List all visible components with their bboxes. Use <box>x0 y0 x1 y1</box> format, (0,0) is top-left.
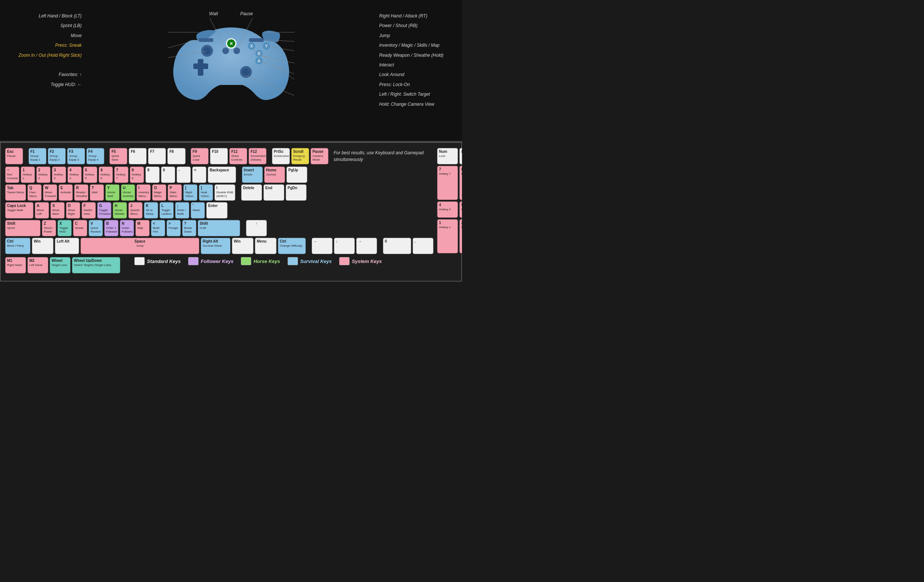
key-f[interactable]: F Switch View <box>82 202 96 218</box>
key-5[interactable]: 5 Hotkey 5 <box>83 167 97 183</box>
key-i[interactable]: I Inventry Menu <box>137 185 151 201</box>
key-f12[interactable]: F12 Screenshot (Steam) <box>249 148 266 164</box>
key-tab[interactable]: Tab Tween Menu <box>5 185 26 201</box>
key-home[interactable]: Home Journal <box>264 167 285 183</box>
key-0[interactable]: 0 <box>161 167 175 183</box>
key-w[interactable]: W Move Forward <box>43 185 57 201</box>
key-capslock[interactable]: Caps Lock Toggle Walk <box>5 202 33 218</box>
key-num2[interactable]: 2 Hotkey 2 <box>459 219 462 253</box>
key-f10[interactable]: F10 <box>210 148 228 164</box>
key-prtsc[interactable]: PrtSc Screenshot <box>272 148 290 164</box>
key-ralt[interactable]: Right Alt Survival Vision <box>201 238 231 254</box>
key-rctrl[interactable]: Ctrl Change Difficulty <box>278 238 306 254</box>
key-f4[interactable]: F4 Group Equip 4 <box>86 148 104 164</box>
key-up[interactable]: ↑ <box>246 220 267 236</box>
key-rwin[interactable]: Win <box>232 238 254 254</box>
key-lctrl[interactable]: Ctrl Block / Parry <box>5 238 30 254</box>
key-f8[interactable]: F8 <box>167 148 185 164</box>
key-k[interactable]: K Sit or Sleep <box>144 202 158 218</box>
key-bracket-left[interactable]: [ Night Vision <box>183 185 197 201</box>
key-space[interactable]: Space Jump <box>81 238 199 254</box>
key-d[interactable]: D Move Right <box>66 202 80 218</box>
key-comma[interactable]: < Build Fire <box>151 220 165 236</box>
key-semicolon[interactable]: ; Drink / Refill <box>175 202 189 218</box>
key-wheel[interactable]: Wheel Target Lock <box>50 257 71 274</box>
key-q[interactable]: Q Favs Menu <box>28 185 41 201</box>
key-7[interactable]: 7 Hotkey 7 <box>114 167 129 183</box>
key-right[interactable]: → <box>356 238 377 254</box>
key-t[interactable]: T Wait <box>90 185 104 201</box>
key-enter[interactable]: Enter <box>206 202 228 218</box>
key-o[interactable]: O Magic Menu <box>152 185 166 201</box>
key-num7[interactable]: 7 Hotkey 7 <box>437 166 458 200</box>
key-4[interactable]: 4 Hotkey 4 <box>68 167 82 183</box>
key-f3[interactable]: F3 Group Equip 3 <box>67 148 85 164</box>
key-9[interactable]: 9 <box>145 167 160 183</box>
key-pause[interactable]: Pause Camera Mode <box>310 148 328 164</box>
key-m[interactable]: M Map <box>135 220 150 236</box>
key-left[interactable]: ← <box>312 238 332 254</box>
key-backspace[interactable]: Backspace <box>208 167 236 183</box>
key-wheel-ud[interactable]: Wheel Up/Down Switch Targets (Target Loc… <box>72 257 120 274</box>
key-slash[interactable]: ? Break Down <box>182 220 196 236</box>
key-p[interactable]: P Stats Menu <box>168 185 182 201</box>
key-equals[interactable]: = <box>192 167 206 183</box>
key-j[interactable]: J Quests Menu <box>129 202 142 218</box>
key-f7[interactable]: F7 <box>148 148 166 164</box>
key-f11[interactable]: F11 Show Controls <box>229 148 247 164</box>
key-x[interactable]: X Toggle HUD <box>58 220 72 236</box>
key-num1[interactable]: 1 Hotkey 1 <box>437 219 458 253</box>
key-lwin[interactable]: Win <box>32 238 53 254</box>
key-g[interactable]: G Toggle Frmation <box>97 202 111 218</box>
key-y[interactable]: Y Horse Wait <box>106 185 119 201</box>
key-v[interactable]: V Quick Restore <box>89 220 103 236</box>
key-lshift[interactable]: Shift Sprint <box>5 220 40 236</box>
key-num5[interactable]: 5 Hotkey 5 <box>459 201 462 218</box>
key-r[interactable]: R Ready / Sheathe <box>74 185 88 201</box>
key-menu[interactable]: Menu <box>255 238 276 254</box>
key-down[interactable]: ↓ <box>334 238 355 254</box>
key-u[interactable]: U Horse Inventry <box>121 185 135 201</box>
key-numdot[interactable]: . <box>412 238 434 254</box>
key-delete[interactable]: Delete <box>241 185 262 201</box>
key-f5[interactable]: F5 Quick Save <box>109 148 127 164</box>
key-backslash[interactable]: \ Disable ENB (Shift+\) <box>214 185 235 201</box>
key-bracket-right[interactable]: ] Heat Vision <box>199 185 213 201</box>
key-1[interactable]: 1 Hotkey 1 <box>21 167 35 183</box>
key-minus[interactable]: - <box>177 167 191 183</box>
key-numdiv[interactable]: / <box>459 148 462 164</box>
key-3[interactable]: 3 Hotkey 3 <box>52 167 66 183</box>
key-m2[interactable]: M2 Left Hand <box>28 257 48 274</box>
key-esc[interactable]: Esc Pause <box>5 148 23 164</box>
key-tilde[interactable]: ~ Dev Console <box>5 167 19 183</box>
key-f1[interactable]: F1 Group Equip 1 <box>28 148 46 164</box>
key-s[interactable]: S Move Back <box>51 202 64 218</box>
key-end[interactable]: End <box>264 185 284 201</box>
key-num8[interactable]: 8 Hotkey 8 <box>459 166 462 200</box>
key-pgdn[interactable]: PgDn <box>286 185 307 201</box>
key-c[interactable]: C Sneak <box>73 220 87 236</box>
key-period[interactable]: > Forage <box>167 220 181 236</box>
key-2[interactable]: 2 Hotkey 2 <box>36 167 51 183</box>
key-rshift[interactable]: Shift Craft <box>198 220 240 236</box>
key-n[interactable]: N Order Followrs <box>120 220 134 236</box>
key-b[interactable]: B Order 1 Follower <box>104 220 118 236</box>
key-lalt[interactable]: Left Alt <box>55 238 79 254</box>
key-e[interactable]: E Activate <box>59 185 73 201</box>
key-z[interactable]: Z Shout / Power <box>42 220 56 236</box>
key-num0[interactable]: 0 <box>383 238 411 254</box>
key-6[interactable]: 6 Hotkey 6 <box>99 167 113 183</box>
key-h[interactable]: H Horse Whistle <box>113 202 127 218</box>
key-quote[interactable]: ' Wash <box>191 202 205 218</box>
key-f9[interactable]: F9 Quick Load <box>191 148 208 164</box>
key-8[interactable]: 8 Hotkey 8 <box>130 167 144 183</box>
key-pgup[interactable]: PgUp <box>287 167 307 183</box>
key-l[interactable]: L Toggle Lantern <box>160 202 174 218</box>
key-f2[interactable]: F2 Group Equip 2 <box>48 148 66 164</box>
key-scroll[interactable]: Scroll Emrgncy Recall <box>291 148 309 164</box>
key-m1[interactable]: M1 Right Hand <box>5 257 26 274</box>
key-numlock[interactable]: Num Lock <box>437 148 458 164</box>
key-num4[interactable]: 4 Hotkey 4 <box>437 201 458 218</box>
key-f6[interactable]: F6 <box>129 148 147 164</box>
key-a[interactable]: A Move Left <box>35 202 49 218</box>
